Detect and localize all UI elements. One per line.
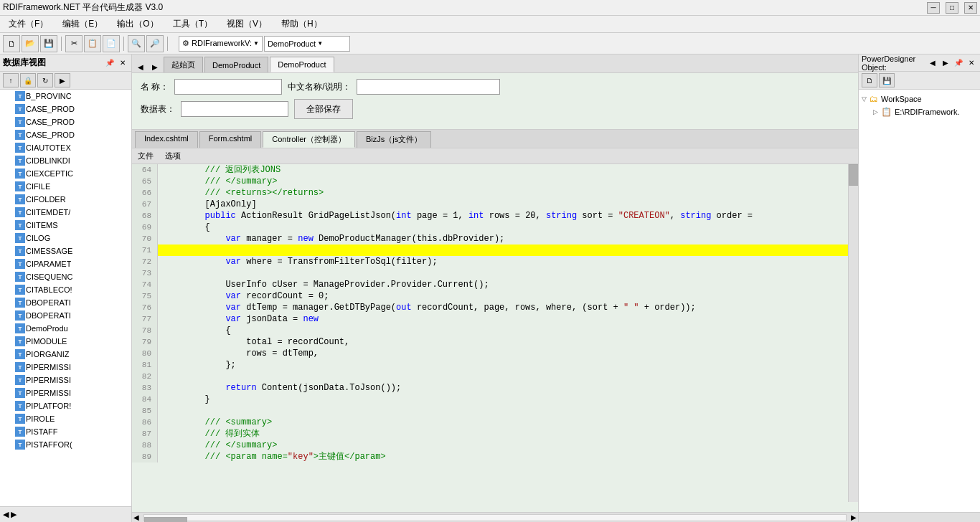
h-scroll[interactable]: ◀ ▶ (132, 512, 858, 522)
right-panel-pin[interactable]: 📌 (953, 57, 964, 69)
toolbar-search2[interactable]: 🔎 (146, 35, 164, 52)
list-item[interactable]: TPIPERMISSI (0, 361, 131, 374)
name-input[interactable] (174, 79, 282, 95)
dropdown-product[interactable]: DemoProduct ▼ (264, 36, 350, 52)
chinese-name-input[interactable] (357, 79, 500, 95)
dropdown-framework[interactable]: ⚙ RDIFrameworkV: ▼ (179, 36, 263, 52)
code-line-81: 81 }; (132, 359, 858, 371)
table-input[interactable] (181, 101, 288, 117)
right-tree-btn-1[interactable]: 🗋 (862, 73, 877, 87)
tab-index-cshtml[interactable]: Index.cshtml (135, 131, 198, 148)
file-menu[interactable]: 文件 (138, 151, 154, 161)
maximize-button[interactable]: □ (946, 2, 958, 14)
code-line-85: 85 (132, 405, 858, 417)
panel-pin-btn[interactable]: 📌 (104, 57, 116, 69)
toolbar-open[interactable]: 📂 (22, 35, 39, 52)
list-item[interactable]: TPISTAFF (0, 425, 131, 438)
tree-btn-3[interactable]: ↻ (37, 73, 53, 87)
hscroll-right[interactable]: ▶ (849, 513, 858, 521)
code-line-89: 89 /// <param name="key">主键值</param> (132, 451, 858, 462)
menu-file[interactable]: 文件（F） (3, 16, 54, 32)
options-menu[interactable]: 选项 (165, 151, 181, 161)
list-item[interactable]: TDBOPERATI (0, 296, 131, 309)
right-tree-workspace[interactable]: ▽ 🗂 WorkSpace (862, 92, 977, 105)
right-h-scroll[interactable] (859, 512, 980, 522)
code-tabs: Index.cshtml Form.cshtml Controller（控制器）… (132, 130, 858, 148)
list-item[interactable]: TPIPLATFOR! (0, 399, 131, 412)
tree-content: TB_PROVINC TCASE_PROD TCASE_PROD TCASE_P… (0, 90, 131, 506)
menu-view[interactable]: 视图（V） (221, 16, 273, 32)
list-item[interactable]: TCISEQUENC (0, 270, 131, 283)
separator-3 (167, 37, 168, 51)
right-panel-header: PowerDesigner Object: ◀ ▶ 📌 ✕ (859, 54, 980, 72)
list-item[interactable]: TCIPARAMET (0, 257, 131, 270)
code-scroll[interactable]: 64 /// 返回列表JONS 65 /// </summary> 66 ///… (132, 164, 858, 512)
list-item[interactable]: TB_PROVINC (0, 90, 131, 103)
right-panel-nav-right[interactable]: ▶ (940, 57, 951, 69)
tree-btn-4[interactable]: ▶ (55, 73, 70, 87)
h-scroll-track[interactable] (143, 514, 847, 521)
list-item[interactable]: TPIPERMISSI (0, 386, 131, 399)
right-panel-close[interactable]: ✕ (966, 57, 977, 69)
vertical-scrollbar[interactable] (848, 164, 858, 502)
close-button[interactable]: ✕ (964, 2, 977, 14)
list-item[interactable]: TCIFILE (0, 180, 131, 193)
menu-edit[interactable]: 编辑（E） (57, 16, 108, 32)
list-item[interactable]: TCILOG (0, 232, 131, 245)
panel-close-btn[interactable]: ✕ (117, 57, 128, 69)
list-item[interactable]: TCASE_PROD (0, 115, 131, 128)
scroll-thumb[interactable] (849, 164, 858, 186)
right-panel-controls: ◀ ▶ 📌 ✕ (927, 57, 977, 69)
menu-output[interactable]: 输出（O） (111, 16, 164, 32)
left-panel: 数据库视图 📌 ✕ ↑ 🔒 ↻ ▶ TB_PROVINC TCASE_PROD … (0, 54, 132, 522)
dropdown-product-arrow: ▼ (317, 40, 323, 47)
right-tree-btn-2[interactable]: 💾 (879, 73, 895, 87)
tab-demoproduct-1[interactable]: DemoProduct (204, 57, 268, 72)
list-item[interactable]: TPISTAFFOR( (0, 438, 131, 451)
tab-nav-right[interactable]: ▶ (149, 61, 161, 72)
list-item[interactable]: TPIROLE (0, 412, 131, 425)
chinese-name-label: 中文名称/说明： (288, 81, 350, 93)
toolbar-save[interactable]: 💾 (40, 35, 57, 52)
list-item[interactable]: TCIDBLINKDI (0, 154, 131, 167)
tab-form-cshtml[interactable]: Form.cshtml (199, 131, 262, 148)
list-item[interactable]: TCIAUTOTEX (0, 141, 131, 154)
list-item[interactable]: TPIORGANIZ (0, 348, 131, 361)
list-item[interactable]: TCASE_PROD (0, 103, 131, 115)
toolbar-paste[interactable]: 📄 (103, 35, 120, 52)
dropdown-product-value: DemoProduct (268, 39, 316, 48)
list-item[interactable]: TPIMODULE (0, 335, 131, 348)
tab-demoproduct-2[interactable]: DemoProduct (270, 57, 334, 72)
list-item[interactable]: TCIITEMS (0, 219, 131, 232)
right-panel-nav-left[interactable]: ◀ (927, 57, 938, 69)
code-line-78: 78 { (132, 325, 858, 336)
save-all-button[interactable]: 全部保存 (294, 99, 353, 119)
list-item[interactable]: TCASE_PROD (0, 128, 131, 141)
list-item[interactable]: TCIMESSAGE (0, 245, 131, 257)
hscroll-left[interactable]: ◀ (132, 513, 141, 521)
list-item[interactable]: TCIFOLDER (0, 193, 131, 206)
menu-help[interactable]: 帮助（H） (275, 16, 328, 32)
tree-btn-1[interactable]: ↑ (3, 73, 19, 87)
list-item[interactable]: TDemoProdu (0, 322, 131, 335)
window-controls: ─ □ ✕ (927, 2, 977, 14)
list-item[interactable]: TPIPERMISSI (0, 374, 131, 386)
minimize-button[interactable]: ─ (927, 2, 940, 14)
toolbar-cut[interactable]: ✂ (65, 35, 83, 52)
h-scroll-thumb[interactable] (144, 517, 187, 523)
list-item[interactable]: TCIITEMDET/ (0, 206, 131, 219)
right-tree-file[interactable]: ▷ 📋 E:\RDIFramework. (862, 105, 977, 118)
tab-controller[interactable]: Controller（控制器） (263, 131, 355, 148)
list-item[interactable]: TCIEXCEPTIC (0, 167, 131, 180)
toolbar-copy[interactable]: 📋 (84, 35, 101, 52)
tab-bizjs[interactable]: BizJs（js文件） (357, 131, 431, 148)
tab-nav-left[interactable]: ◀ (135, 61, 146, 72)
menu-tools[interactable]: 工具（T） (167, 16, 218, 32)
toolbar-new[interactable]: 🗋 (3, 35, 20, 52)
tab-start[interactable]: 起始页 (164, 57, 203, 72)
list-item[interactable]: TCITABLECO! (0, 283, 131, 296)
list-item[interactable]: TDBOPERATI (0, 309, 131, 322)
toolbar-search[interactable]: 🔍 (128, 35, 145, 52)
tree-btn-2[interactable]: 🔒 (20, 73, 36, 87)
file-icon: 📋 (881, 107, 892, 117)
